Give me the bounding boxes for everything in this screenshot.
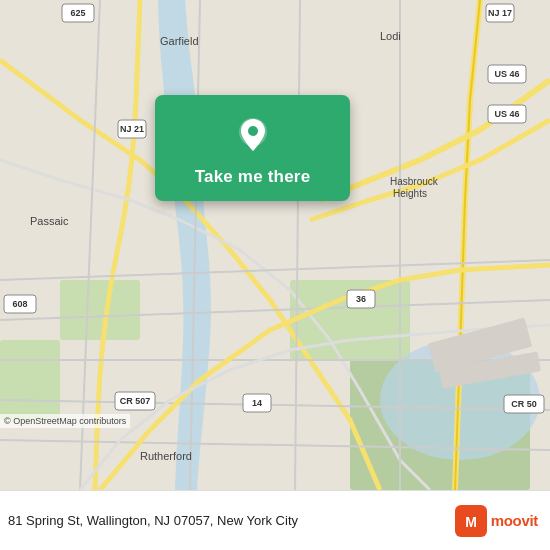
- svg-point-44: [248, 126, 258, 136]
- svg-text:Passaic: Passaic: [30, 215, 69, 227]
- take-me-there-button[interactable]: Take me there: [195, 167, 311, 187]
- moovit-label: moovit: [491, 512, 538, 529]
- map-container: Passaic Garfield Lodi Hasbrouck Heights …: [0, 0, 550, 490]
- bottom-bar: 81 Spring St, Wallington, NJ 07057, New …: [0, 490, 550, 550]
- osm-credit: © OpenStreetMap contributors: [0, 414, 130, 428]
- svg-text:Rutherford: Rutherford: [140, 450, 192, 462]
- svg-text:M: M: [465, 514, 477, 530]
- svg-text:CR 50: CR 50: [511, 399, 537, 409]
- svg-rect-2: [60, 280, 140, 340]
- svg-text:36: 36: [356, 294, 366, 304]
- svg-text:Heights: Heights: [393, 188, 427, 199]
- svg-text:US 46: US 46: [494, 109, 519, 119]
- svg-rect-4: [0, 340, 60, 420]
- svg-text:NJ 21: NJ 21: [120, 124, 144, 134]
- svg-text:US 46: US 46: [494, 69, 519, 79]
- svg-text:14: 14: [252, 398, 262, 408]
- moovit-logo: M moovit: [455, 505, 538, 537]
- svg-text:CR 507: CR 507: [120, 396, 151, 406]
- svg-text:608: 608: [12, 299, 27, 309]
- svg-text:Hasbrouck: Hasbrouck: [390, 176, 439, 187]
- overlay-card: Take me there: [155, 95, 350, 201]
- svg-text:625: 625: [70, 8, 85, 18]
- svg-text:Garfield: Garfield: [160, 35, 199, 47]
- svg-text:Lodi: Lodi: [380, 30, 401, 42]
- svg-text:NJ 17: NJ 17: [488, 8, 512, 18]
- address-text: 81 Spring St, Wallington, NJ 07057, New …: [8, 513, 455, 528]
- location-pin-icon: [231, 113, 275, 157]
- moovit-icon: M: [455, 505, 487, 537]
